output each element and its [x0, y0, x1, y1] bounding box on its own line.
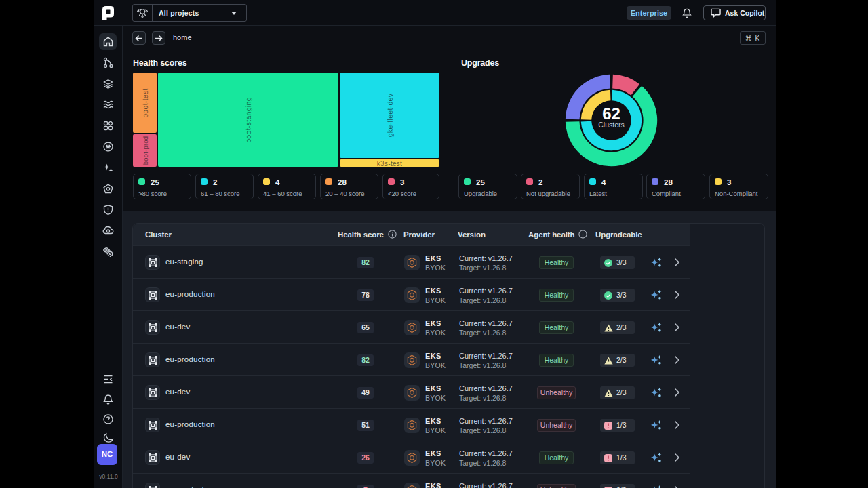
svg-text:Clusters: Clusters [598, 121, 625, 129]
